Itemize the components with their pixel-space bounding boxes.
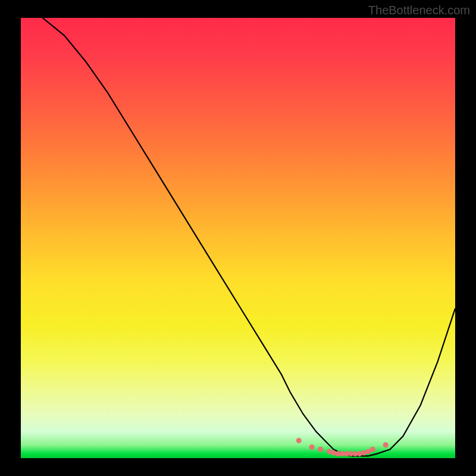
bottleneck-curve-line: [43, 18, 456, 456]
optimal-range-markers: [296, 438, 389, 456]
watermark-text: TheBottleneck.com: [368, 4, 470, 17]
marker-point: [318, 447, 323, 452]
marker-point: [383, 442, 389, 447]
marker-point: [370, 447, 375, 452]
chart-plot-area: [21, 18, 455, 458]
marker-point: [309, 444, 315, 450]
marker-point: [296, 438, 302, 443]
curve-svg: [21, 18, 455, 458]
